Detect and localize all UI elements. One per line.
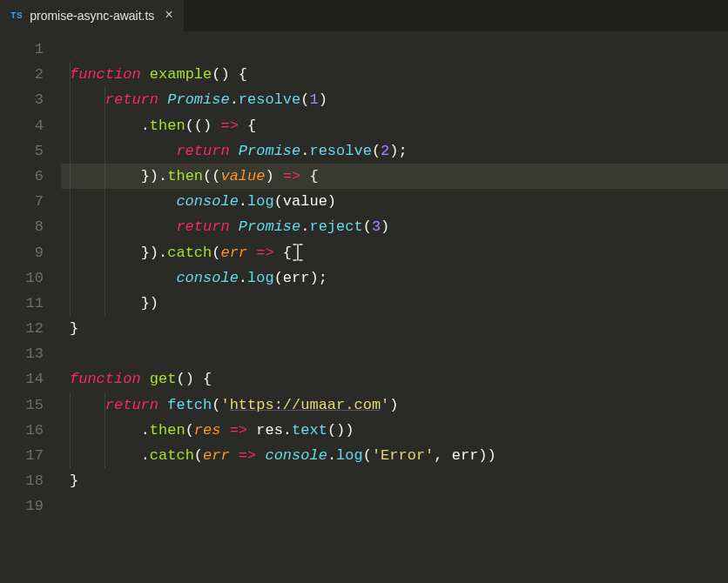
code-line[interactable]: return Promise.resolve(2); — [61, 138, 728, 164]
indent-guide — [70, 113, 71, 138]
token: . — [239, 193, 247, 210]
indent-guide — [104, 189, 105, 214]
token: ) — [381, 218, 389, 235]
code-line[interactable]: }).catch(err => { — [61, 240, 728, 265]
token: ' — [381, 397, 389, 413]
indent-guide — [70, 291, 71, 316]
token: ( — [363, 447, 372, 464]
line-number: 13 — [0, 341, 44, 366]
token: . — [300, 143, 309, 159]
token — [158, 397, 167, 413]
token: ( — [300, 91, 309, 108]
token: fetch — [167, 397, 212, 413]
code-line[interactable]: return Promise.resolve(1) — [61, 87, 728, 112]
token: console — [176, 270, 238, 286]
token: . — [141, 117, 150, 134]
token: console — [265, 447, 327, 464]
code-line[interactable]: }).then((value) => { — [61, 164, 728, 189]
code-line[interactable] — [61, 341, 728, 366]
token: ( — [212, 245, 220, 261]
code-line[interactable]: function example() { — [61, 62, 728, 87]
editor[interactable]: 12345678910111213141516171819 function e… — [0, 31, 728, 583]
token: . — [239, 270, 247, 286]
indent-guide — [104, 392, 105, 418]
tab-filename: promise-async-await.ts — [30, 9, 154, 23]
indent-guide — [104, 418, 105, 443]
code-line[interactable]: .then(res => res.text()) — [61, 418, 728, 443]
code-line[interactable]: }) — [61, 291, 728, 316]
indent-guide — [70, 214, 71, 239]
token: res — [194, 422, 221, 439]
token: () { — [176, 371, 212, 387]
indent-guide — [70, 164, 71, 189]
code-line[interactable]: console.log(err); — [61, 265, 728, 291]
token: (() — [185, 117, 221, 134]
token: 3 — [372, 218, 381, 235]
token: . — [327, 447, 336, 464]
token: ( — [363, 218, 372, 235]
token: ()) — [327, 422, 354, 439]
token: (( — [203, 168, 220, 184]
code-line[interactable]: return fetch('https://umaar.com') — [61, 392, 728, 418]
token: ( — [185, 422, 194, 439]
tab-bar: TS promise-async-await.ts × — [0, 0, 728, 31]
token: get — [150, 371, 177, 387]
token: (err); — [274, 270, 327, 286]
line-number: 9 — [0, 240, 44, 265]
token: return — [176, 218, 229, 235]
token: function — [70, 371, 141, 387]
code-line[interactable]: return Promise.reject(3) — [61, 214, 728, 239]
token: Promise — [167, 91, 229, 108]
code-line[interactable]: console.log(value) — [61, 189, 728, 214]
token: 1 — [309, 91, 318, 108]
token: ( — [372, 143, 381, 159]
indent-guide — [70, 189, 71, 214]
code-line[interactable]: } — [61, 468, 728, 493]
line-number: 8 — [0, 214, 44, 239]
close-icon[interactable]: × — [165, 8, 173, 23]
token: 'Error' — [372, 447, 434, 464]
code-line[interactable] — [61, 493, 728, 519]
line-number: 10 — [0, 265, 44, 291]
token: catch — [150, 447, 194, 464]
indent-guide — [104, 113, 105, 138]
token: } — [70, 472, 78, 489]
line-number: 1 — [0, 37, 44, 62]
code-line[interactable]: function get() { — [61, 366, 728, 392]
token: { — [300, 168, 318, 184]
token: , err)) — [434, 447, 495, 464]
token: reject — [309, 218, 362, 235]
line-number: 19 — [0, 493, 44, 519]
token: . — [141, 422, 150, 439]
indent-guide — [70, 392, 71, 418]
token — [230, 218, 239, 235]
tab-file[interactable]: TS promise-async-await.ts × — [0, 0, 184, 31]
code-line[interactable]: .then(() => { — [61, 113, 728, 138]
indent-guide — [70, 265, 71, 291]
line-number: 15 — [0, 392, 44, 418]
token: ); — [389, 143, 407, 159]
token: text — [292, 422, 327, 439]
token — [70, 91, 105, 108]
code-line[interactable]: .catch(err => console.log('Error', err)) — [61, 443, 728, 468]
line-number: 5 — [0, 138, 44, 164]
code-line[interactable]: } — [61, 316, 728, 341]
token: 2 — [381, 143, 389, 159]
token: then — [167, 168, 203, 184]
token — [141, 371, 150, 387]
token: res. — [247, 422, 292, 439]
token: { — [239, 117, 256, 134]
indent-guide — [104, 291, 105, 316]
code-line[interactable] — [61, 37, 728, 62]
token — [70, 397, 105, 413]
code-area[interactable]: function example() { return Promise.reso… — [61, 37, 728, 583]
token: () { — [212, 66, 247, 83]
line-number: 6 — [0, 164, 44, 189]
token: => — [283, 168, 300, 184]
token: => — [239, 447, 256, 464]
token — [70, 270, 176, 286]
typescript-icon: TS — [10, 10, 23, 21]
indent-guide — [70, 443, 71, 468]
indent-guide — [104, 265, 105, 291]
token: log — [247, 193, 274, 210]
